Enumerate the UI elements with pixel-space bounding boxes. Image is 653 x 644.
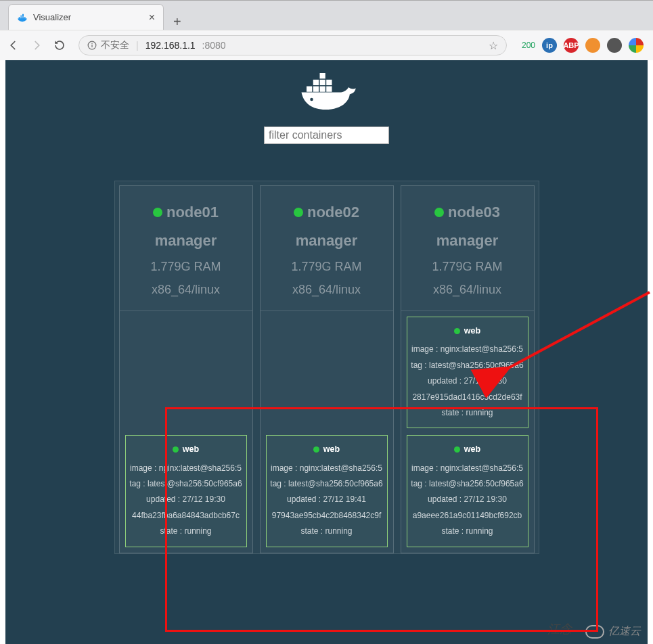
task-updated: updated : 27/12 19:30 [410, 373, 525, 389]
browser-tab[interactable]: Visualizer × [8, 4, 164, 30]
watermark-author: 江念 [547, 621, 572, 637]
task-card[interactable]: web image : nginx:latest@sha256:5 tag : … [125, 435, 247, 547]
status-dot-icon [313, 446, 319, 453]
task-card[interactable]: web image : nginx:latest@sha256:5 tag : … [407, 317, 528, 428]
svg-rect-4 [313, 87, 318, 92]
docker-logo [296, 71, 357, 114]
node-columns: node01 manager 1.779G RAM x86_64/linux w… [114, 181, 539, 554]
svg-point-1 [91, 43, 93, 44]
insecure-label: 不安全 [101, 39, 129, 51]
task-state: state : running [269, 524, 384, 539]
node-column: node03 manager 1.779G RAM x86_64/linux w… [401, 185, 535, 553]
browser-toolbar: 不安全 | 192.168.1.1:8080 ☆ 200 ip ABP [0, 30, 653, 60]
extension-icon[interactable] [629, 38, 644, 53]
status-dot-icon [434, 208, 444, 217]
task-image: image : nginx:latest@sha256:5 [129, 461, 244, 476]
node-role: manager [401, 227, 534, 255]
svg-rect-8 [319, 80, 325, 85]
visualizer-page: node01 manager 1.779G RAM x86_64/linux w… [5, 60, 648, 644]
status-dot-icon [153, 208, 162, 217]
address-bar[interactable]: 不安全 | 192.168.1.1:8080 ☆ [78, 35, 507, 55]
task-state: state : running [129, 524, 244, 539]
node-ram: 1.779G RAM [401, 255, 534, 278]
node-arch: x86_64/linux [120, 278, 252, 301]
task-cid: 97943ae95cb4c2b8468342c9f [269, 508, 384, 524]
back-button[interactable] [7, 39, 20, 52]
forward-button[interactable] [30, 39, 43, 52]
page-header [5, 60, 648, 144]
node-body: web image : nginx:latest@sha256:5 tag : … [401, 310, 534, 553]
extension-icon[interactable] [607, 38, 622, 53]
node-body: web image : nginx:latest@sha256:5 tag : … [120, 310, 252, 553]
cloud-icon [585, 625, 604, 639]
task-card[interactable]: web image : nginx:latest@sha256:5 tag : … [407, 435, 528, 547]
svg-rect-9 [326, 80, 332, 85]
node-ram: 1.779G RAM [261, 255, 393, 278]
task-card[interactable]: web image : nginx:latest@sha256:5 tag : … [266, 435, 388, 547]
watermark-brand: 亿速云 [585, 624, 641, 639]
svg-rect-10 [319, 73, 325, 78]
task-tag: tag : latest@sha256:50cf965a6 [269, 476, 384, 492]
node-column: node02 manager 1.779G RAM x86_64/linux w… [260, 185, 394, 553]
status-dot-icon [454, 328, 460, 334]
task-name: web [464, 441, 480, 457]
status-dot-icon [173, 446, 179, 453]
svg-rect-2 [91, 45, 92, 47]
node-role: manager [120, 227, 252, 255]
task-tag: tag : latest@sha256:50cf965a6 [410, 358, 525, 373]
task-image: image : nginx:latest@sha256:5 [410, 342, 525, 357]
task-name: web [183, 441, 199, 457]
task-tag: tag : latest@sha256:50cf965a6 [129, 476, 244, 492]
task-cid: 2817e915dad1416c5cd2de63f [410, 390, 525, 405]
url-host: 192.168.1.1 [145, 40, 196, 51]
node-arch: x86_64/linux [261, 278, 393, 301]
insecure-badge: 不安全 [87, 39, 129, 51]
node-header: node03 manager 1.779G RAM x86_64/linux [401, 186, 534, 310]
tab-strip: Visualizer × + [0, 0, 653, 30]
node-header: node01 manager 1.779G RAM x86_64/linux [120, 186, 252, 310]
browser-chrome: Visualizer × + 不安全 | 192.168.1.1:8080 ☆ … [0, 0, 653, 60]
node-ram: 1.779G RAM [120, 255, 252, 278]
svg-rect-7 [313, 80, 318, 85]
node-column: node01 manager 1.779G RAM x86_64/linux w… [119, 185, 253, 553]
new-tab-button[interactable]: + [164, 14, 191, 30]
svg-point-11 [310, 98, 313, 101]
watermark-text: 亿速云 [608, 624, 641, 639]
task-tag: tag : latest@sha256:50cf965a6 [410, 476, 525, 492]
task-updated: updated : 27/12 19:30 [410, 492, 525, 507]
node-body: web image : nginx:latest@sha256:5 tag : … [261, 310, 393, 553]
info-icon [87, 41, 97, 50]
extensions-row: 200 ip ABP [516, 38, 646, 53]
svg-rect-6 [326, 87, 332, 92]
extension-icon[interactable] [585, 38, 600, 53]
task-name: web [464, 323, 480, 339]
node-arch: x86_64/linux [401, 278, 534, 301]
svg-rect-3 [307, 87, 312, 92]
task-image: image : nginx:latest@sha256:5 [269, 461, 384, 476]
addr-separator: | [136, 40, 139, 51]
node-name: node02 [307, 198, 359, 227]
bookmark-star-icon[interactable]: ☆ [489, 39, 498, 52]
reload-button[interactable] [53, 39, 66, 52]
tab-close-button[interactable]: × [149, 12, 155, 24]
status-dot-icon [454, 446, 460, 453]
task-updated: updated : 27/12 19:41 [269, 492, 384, 507]
docker-favicon [17, 12, 28, 23]
node-header: node02 manager 1.779G RAM x86_64/linux [261, 186, 393, 310]
tab-title: Visualizer [33, 12, 143, 22]
ip-extension-icon[interactable]: ip [542, 38, 557, 53]
url-port: :8080 [202, 40, 226, 51]
svg-rect-5 [319, 87, 325, 92]
status-dot-icon [294, 208, 303, 217]
task-state: state : running [410, 524, 525, 539]
node-name: node01 [166, 198, 219, 227]
task-image: image : nginx:latest@sha256:5 [410, 461, 525, 476]
filter-containers-input[interactable] [264, 127, 389, 144]
status-code-badge: 200 [522, 41, 535, 50]
task-updated: updated : 27/12 19:30 [129, 492, 244, 507]
node-name: node03 [448, 198, 500, 227]
abp-extension-icon[interactable]: ABP [564, 38, 579, 53]
node-role: manager [261, 227, 393, 255]
task-state: state : running [410, 405, 525, 421]
task-cid: 44fba23fba6a84843adbcb67c [129, 508, 244, 524]
